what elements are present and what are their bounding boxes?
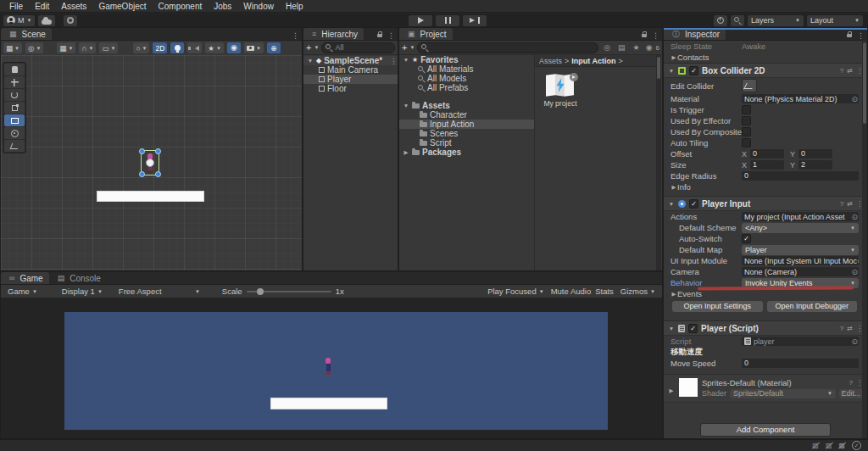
- default-map-dropdown[interactable]: Player ▼: [742, 245, 859, 255]
- pause-button[interactable]: [436, 15, 459, 26]
- tool-handle-position-dropdown[interactable]: ▦ ▼: [3, 42, 22, 53]
- component-enabled-checkbox[interactable]: ✓: [689, 66, 698, 75]
- move-tool-button[interactable]: [4, 76, 25, 88]
- view-tool-button[interactable]: [4, 64, 25, 75]
- selection-pivot[interactable]: [146, 159, 154, 167]
- camera-settings-dropdown[interactable]: ▼: [244, 42, 264, 53]
- presets-icon[interactable]: ⇄: [847, 200, 853, 208]
- player-input-header[interactable]: ▼ ✓ Player Input ? ⇄ ⋮: [664, 196, 867, 211]
- auto-tiling-checkbox[interactable]: [742, 138, 751, 148]
- scene-audio-button[interactable]: [187, 42, 202, 53]
- object-picker-icon[interactable]: ⊙: [851, 337, 858, 346]
- used-by-composite-checkbox[interactable]: [742, 127, 751, 136]
- project-folder-character[interactable]: Character: [399, 110, 534, 120]
- snap-dropdown[interactable]: ∩ ▼: [79, 42, 96, 53]
- create-button[interactable]: +: [402, 42, 407, 53]
- menu-window[interactable]: Window: [237, 2, 280, 11]
- move-speed-field[interactable]: 0: [742, 359, 859, 368]
- lock-icon[interactable]: [642, 34, 647, 37]
- draw-mode-dropdown[interactable]: ○ ▼: [133, 42, 149, 53]
- panel-menu-icon[interactable]: ⋮: [649, 31, 662, 40]
- save-search-star-icon[interactable]: ★: [631, 43, 643, 52]
- presets-icon[interactable]: ⇄: [847, 325, 853, 332]
- box-collider-2d-header[interactable]: ▼ ✓ Box Collider 2D ? ⇄ ⋮: [664, 63, 867, 78]
- ui-input-module-object-field[interactable]: None (Input System UI Input Moc ⊙: [742, 256, 859, 265]
- step-button[interactable]: [463, 15, 487, 26]
- project-packages-root[interactable]: ▶ Packages: [399, 148, 534, 157]
- material-thumbnail[interactable]: [679, 378, 698, 397]
- component-enabled-checkbox[interactable]: ✓: [689, 199, 698, 209]
- scene-options-icon[interactable]: ⋮: [387, 57, 398, 65]
- project-favorite-all-prefabs[interactable]: All Prefabs: [399, 83, 534, 92]
- material-object-field[interactable]: None (Physics Material 2D) ⊙: [742, 94, 859, 103]
- cloud-services-button[interactable]: [38, 15, 55, 26]
- panel-menu-icon[interactable]: ⋮: [854, 31, 867, 40]
- selection-handle[interactable]: [155, 148, 161, 154]
- hierarchy-item-floor[interactable]: Floor: [303, 84, 398, 93]
- project-favorite-all-models[interactable]: All Models: [399, 74, 534, 83]
- object-picker-icon[interactable]: ⊙: [851, 213, 858, 221]
- fold-open-icon[interactable]: ▼: [307, 58, 314, 64]
- fold-open-icon[interactable]: ▼: [668, 326, 675, 331]
- background-tasks-check-icon[interactable]: ✓: [852, 441, 861, 450]
- hierarchy-search-input[interactable]: All: [321, 42, 395, 53]
- menu-assets[interactable]: Assets: [55, 2, 92, 11]
- script-object-field[interactable]: player ⊙: [742, 337, 859, 346]
- floor-platform-scene[interactable]: [97, 191, 204, 202]
- fold-open-icon[interactable]: ▼: [668, 201, 675, 207]
- offset-y-field[interactable]: 0: [798, 149, 832, 159]
- menu-edit[interactable]: Edit: [29, 2, 55, 11]
- fold-open-icon[interactable]: ▼: [668, 68, 675, 74]
- object-picker-icon[interactable]: ⊙: [851, 95, 858, 103]
- lock-icon[interactable]: [377, 34, 382, 37]
- shader-edit-button[interactable]: Edit...: [839, 389, 863, 398]
- fold-open-icon[interactable]: ▼: [403, 103, 409, 109]
- fold-closed-icon[interactable]: ▶: [403, 149, 409, 156]
- fold-closed-icon[interactable]: ▶: [668, 387, 675, 394]
- scene-lighting-button[interactable]: [170, 42, 184, 53]
- tab-game[interactable]: ∞ Game: [1, 272, 49, 284]
- gizmos-toggle-button[interactable]: ⊕: [267, 42, 281, 53]
- hierarchy-item-main-camera[interactable]: Main Camera: [303, 65, 398, 75]
- account-button[interactable]: M ▼: [3, 15, 35, 26]
- info-foldout[interactable]: ▶ Info: [664, 181, 867, 192]
- panel-menu-icon[interactable]: ⋮: [385, 31, 398, 40]
- used-by-effector-checkbox[interactable]: [742, 116, 751, 125]
- scale-tool-button[interactable]: [4, 102, 25, 114]
- selection-handle[interactable]: [139, 148, 145, 154]
- edge-radius-field[interactable]: 0: [742, 171, 859, 181]
- undo-history-button[interactable]: [714, 15, 727, 26]
- add-component-button[interactable]: Add Component: [700, 423, 831, 437]
- chevron-down-icon[interactable]: ▼: [409, 45, 415, 50]
- scene-visibility-button[interactable]: ◉: [227, 42, 241, 53]
- project-folder-scenes[interactable]: Scenes: [399, 129, 534, 138]
- settings-button[interactable]: [64, 15, 77, 26]
- project-scrollbar[interactable]: [656, 55, 661, 270]
- menu-file[interactable]: File: [3, 2, 29, 11]
- hierarchy-scene-root[interactable]: ▼ ◆ SampleScene* ⋮: [303, 56, 398, 65]
- play-focused-dropdown[interactable]: Play Focused ▼: [485, 287, 547, 296]
- menu-component[interactable]: Component: [153, 2, 209, 11]
- scale-slider[interactable]: [247, 291, 331, 292]
- aspect-ratio-dropdown[interactable]: Free Aspect ▼: [116, 287, 203, 296]
- inspector-scrollbar[interactable]: [862, 40, 867, 438]
- help-icon[interactable]: ?: [840, 67, 843, 75]
- component-enabled-checkbox[interactable]: ✓: [688, 324, 698, 333]
- rotate-tool-button[interactable]: [4, 89, 25, 101]
- project-folder-script[interactable]: Script: [399, 138, 534, 148]
- search-button[interactable]: [731, 15, 744, 26]
- fold-open-icon[interactable]: ▼: [403, 57, 409, 63]
- transform-tool-button[interactable]: [4, 127, 25, 139]
- chevron-down-icon[interactable]: ▼: [314, 45, 319, 50]
- project-folder-input-action[interactable]: Input Action: [399, 120, 534, 129]
- tab-console[interactable]: ▤ Console: [49, 272, 107, 284]
- events-foldout[interactable]: ▶ Events: [664, 288, 867, 299]
- selection-handle[interactable]: [139, 171, 145, 177]
- hierarchy-item-player[interactable]: Player: [303, 75, 398, 84]
- menu-jobs[interactable]: Jobs: [208, 2, 237, 11]
- display-target-dropdown[interactable]: Game ▼: [5, 287, 40, 296]
- stats-button[interactable]: Stats: [595, 287, 614, 296]
- menu-gameobject[interactable]: GameObject: [92, 2, 152, 11]
- object-picker-icon[interactable]: ⊙: [857, 257, 859, 265]
- grid-visibility-dropdown[interactable]: ▦ ▼: [57, 42, 75, 53]
